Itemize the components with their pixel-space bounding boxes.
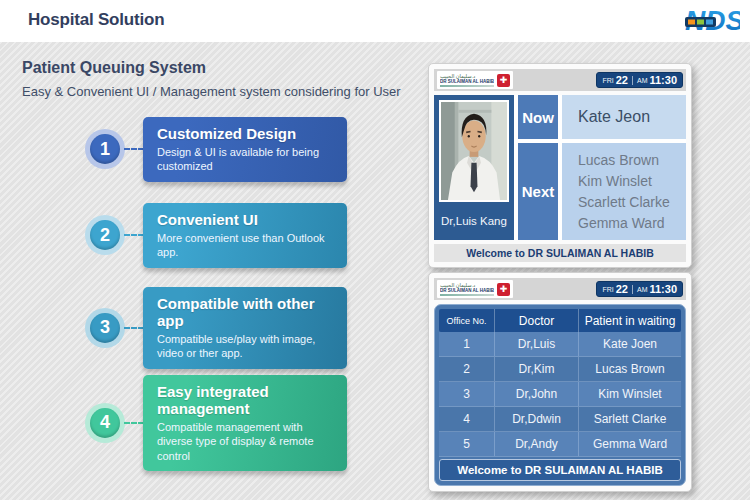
feature-item-integrated-management: 4 Easy integrated management Compatible … bbox=[85, 375, 347, 471]
dashed-connector bbox=[124, 327, 144, 329]
clinic-logo-text: د.سليمان الحبيب DR SULAIMAN AL HABIB bbox=[440, 282, 494, 296]
feature-description: Compatible use/play with image, video or… bbox=[157, 332, 337, 361]
feature-number-badge: 4 bbox=[90, 408, 120, 438]
cell-doctor: Dr,Andy bbox=[495, 432, 579, 456]
feature-number-badge: 2 bbox=[90, 220, 120, 250]
feature-description: Design & UI is available for being custo… bbox=[157, 145, 337, 174]
queue-display-single: د.سليمان الحبيب DR SULAIMAN AL HABIB ✚ F… bbox=[428, 63, 692, 268]
cell-patient: Lucas Brown bbox=[579, 357, 681, 381]
table-row: 4 Dr,Ddwin Sarlett Clarke bbox=[439, 407, 681, 432]
header-cell-office: Office No. bbox=[439, 309, 495, 332]
meridiem-label: AM bbox=[637, 77, 648, 84]
queue-body: Dr,Luis Kang Now Kate Jeon Next Lucas Br… bbox=[434, 95, 686, 240]
table-header-row: Office No. Doctor Patient in waiting bbox=[439, 309, 681, 332]
datetime-badge: FRI 22 AM 11:30 bbox=[596, 281, 683, 297]
next-patient-list: Lucas Brown Kim Winslet Scarlett Clarke … bbox=[562, 143, 686, 240]
meridiem-label: AM bbox=[637, 286, 648, 293]
next-patient: Kim Winslet bbox=[578, 171, 686, 192]
doctor-name: Dr,Luis Kang bbox=[434, 202, 514, 240]
slide: Hospital Solution NDS Patient Queuing Sy… bbox=[0, 0, 750, 500]
feature-item-convenient-ui: 2 Convenient UI More convenient use than… bbox=[85, 203, 347, 268]
feature-title: Compatible with other app bbox=[157, 295, 337, 329]
cell-office: 4 bbox=[439, 407, 495, 431]
cell-doctor: Dr,Kim bbox=[495, 357, 579, 381]
feature-number-ring: 4 bbox=[85, 403, 125, 443]
cell-doctor: Dr,Ddwin bbox=[495, 407, 579, 431]
doctor-photo bbox=[439, 100, 509, 202]
datetime-badge: FRI 22 AM 11:30 bbox=[596, 72, 683, 88]
cell-patient: Kim Winslet bbox=[579, 382, 681, 406]
cell-office: 2 bbox=[439, 357, 495, 381]
time-value: 11:30 bbox=[649, 283, 677, 295]
logo-divider bbox=[440, 85, 494, 87]
feature-number-badge: 1 bbox=[90, 134, 120, 164]
table-row: 5 Dr,Andy Gemma Ward bbox=[439, 432, 681, 457]
feature-number-ring: 1 bbox=[85, 129, 125, 169]
header-cell-doctor: Doctor bbox=[495, 309, 579, 332]
time-value: 11:30 bbox=[649, 74, 677, 86]
nds-logo-icon: NDS bbox=[684, 4, 740, 36]
feature-card: Customized Design Design & UI is availab… bbox=[143, 117, 347, 182]
header-cell-patient: Patient in waiting bbox=[579, 309, 681, 332]
topbar: Hospital Solution NDS bbox=[0, 0, 750, 42]
screen-header: د.سليمان الحبيب DR SULAIMAN AL HABIB ✚ F… bbox=[434, 69, 686, 91]
cell-doctor: Dr,Luis bbox=[495, 332, 579, 356]
date-value: 22 bbox=[616, 283, 628, 295]
now-row: Now Kate Jeon bbox=[518, 95, 686, 139]
screen-header: د.سليمان الحبيب DR SULAIMAN AL HABIB ✚ F… bbox=[434, 278, 686, 300]
cell-office: 5 bbox=[439, 432, 495, 456]
page-title: Hospital Solution bbox=[28, 10, 164, 30]
feature-card: Compatible with other app Compatible use… bbox=[143, 287, 347, 369]
next-label: Next bbox=[518, 143, 558, 240]
feature-card: Easy integrated management Compatible ma… bbox=[143, 375, 347, 471]
cell-office: 3 bbox=[439, 382, 495, 406]
clinic-logo: د.سليمان الحبيب DR SULAIMAN AL HABIB ✚ bbox=[437, 71, 513, 89]
dashed-connector bbox=[124, 234, 144, 236]
feature-number-ring: 3 bbox=[85, 308, 125, 348]
feature-card: Convenient UI More convenient use than O… bbox=[143, 203, 347, 268]
content-area: Patient Queuing System Easy & Convenient… bbox=[0, 42, 750, 500]
section-subtitle: Easy & Convenient UI / Management system… bbox=[22, 84, 401, 99]
medical-cross-icon: ✚ bbox=[497, 74, 510, 87]
badge-divider bbox=[632, 285, 633, 294]
clinic-name: DR SULAIMAN AL HABIB bbox=[440, 288, 489, 293]
feature-title: Customized Design bbox=[157, 125, 337, 142]
day-label: FRI bbox=[602, 77, 613, 84]
feature-item-compatible-apps: 3 Compatible with other app Compatible u… bbox=[85, 287, 347, 369]
feature-number-badge: 3 bbox=[90, 313, 120, 343]
feature-description: More convenient use than Outlook app. bbox=[157, 231, 337, 260]
cell-doctor: Dr,John bbox=[495, 382, 579, 406]
clinic-name: DR SULAIMAN AL HABIB bbox=[440, 79, 489, 84]
day-label: FRI bbox=[602, 286, 613, 293]
welcome-bar: Welcome to DR SULAIMAN AL HABIB bbox=[439, 459, 681, 481]
cell-office: 1 bbox=[439, 332, 495, 356]
cell-patient: Kate Joen bbox=[579, 332, 681, 356]
next-row: Next Lucas Brown Kim Winslet Scarlett Cl… bbox=[518, 143, 686, 240]
feature-title: Easy integrated management bbox=[157, 383, 337, 417]
cell-patient: Gemma Ward bbox=[579, 432, 681, 456]
medical-cross-icon: ✚ bbox=[497, 283, 510, 296]
queue-display-multi: د.سليمان الحبيب DR SULAIMAN AL HABIB ✚ F… bbox=[428, 272, 692, 492]
dashed-connector bbox=[124, 422, 144, 424]
clinic-logo-text: د.سليمان الحبيب DR SULAIMAN AL HABIB bbox=[440, 73, 494, 87]
cell-patient: Sarlett Clarke bbox=[579, 407, 681, 431]
next-patient: Lucas Brown bbox=[578, 150, 686, 171]
welcome-bar: Welcome to DR SULAIMAN AL HABIB bbox=[434, 244, 686, 262]
section-title: Patient Queuing System bbox=[22, 59, 206, 77]
doctor-panel: Dr,Luis Kang bbox=[434, 95, 514, 240]
logo-divider bbox=[440, 294, 494, 296]
now-label: Now bbox=[518, 95, 558, 139]
feature-description: Compatible management with diverse type … bbox=[157, 420, 337, 463]
queue-rows: Now Kate Jeon Next Lucas Brown Kim Winsl… bbox=[518, 95, 686, 240]
dashed-connector bbox=[124, 148, 144, 150]
now-patient: Kate Jeon bbox=[562, 95, 686, 139]
clinic-logo: د.سليمان الحبيب DR SULAIMAN AL HABIB ✚ bbox=[437, 280, 513, 298]
feature-number-ring: 2 bbox=[85, 215, 125, 255]
badge-divider bbox=[632, 76, 633, 85]
table-row: 1 Dr,Luis Kate Joen bbox=[439, 332, 681, 357]
table-row: 2 Dr,Kim Lucas Brown bbox=[439, 357, 681, 382]
waiting-table: Office No. Doctor Patient in waiting 1 D… bbox=[434, 304, 686, 486]
next-patient: Scarlett Clarke bbox=[578, 192, 686, 213]
feature-item-customized-design: 1 Customized Design Design & UI is avail… bbox=[85, 117, 347, 182]
next-patient: Gemma Ward bbox=[578, 213, 686, 234]
